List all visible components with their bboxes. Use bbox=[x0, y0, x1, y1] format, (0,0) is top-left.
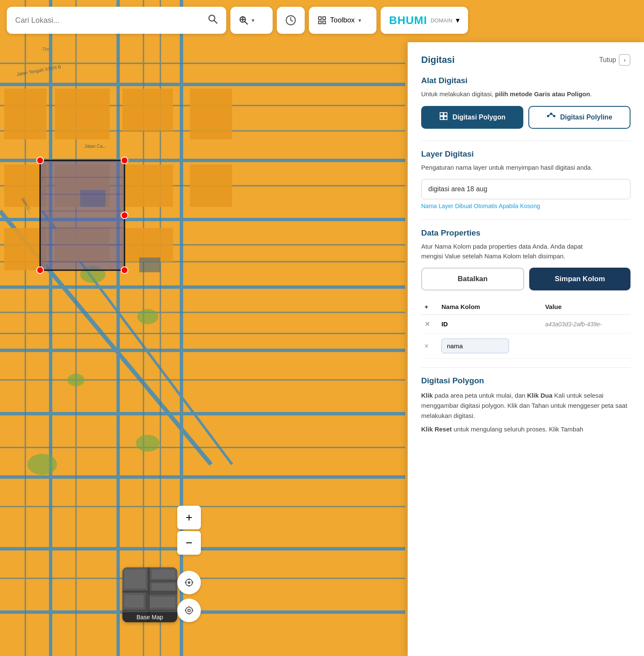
svg-point-66 bbox=[37, 267, 43, 274]
panel-title: Digitasi bbox=[421, 54, 455, 65]
svg-text:Tim: Tim bbox=[42, 47, 49, 52]
basemap-thumbnail[interactable]: Base Map bbox=[122, 567, 177, 622]
batalkan-button[interactable]: Batalkan bbox=[421, 268, 524, 290]
svg-rect-40 bbox=[190, 89, 232, 139]
divider-3 bbox=[421, 367, 630, 368]
row-close-cell: × bbox=[421, 333, 438, 359]
toolbox-button[interactable]: Toolbox ▾ bbox=[309, 7, 376, 34]
svg-rect-86 bbox=[124, 569, 146, 588]
svg-rect-34 bbox=[55, 165, 110, 207]
divider-1 bbox=[421, 141, 630, 141]
svg-text:Jalan Tengah XXVII B: Jalan Tengah XXVII B bbox=[16, 64, 61, 77]
layer-section-desc: Pengaturan nama layer untuk menyimpan ha… bbox=[421, 163, 630, 173]
crosshair-button[interactable] bbox=[177, 571, 201, 594]
digi-poly-desc-2: Klik Reset untuk mengulang seluruh prose… bbox=[421, 424, 630, 434]
svg-rect-75 bbox=[319, 17, 321, 19]
svg-rect-36 bbox=[55, 228, 110, 262]
alat-section-desc: Untuk melakukan digitasi, pilih metode G… bbox=[421, 89, 630, 99]
clock-button[interactable] bbox=[277, 7, 305, 34]
svg-rect-41 bbox=[190, 165, 232, 207]
layer-name-input[interactable] bbox=[421, 179, 630, 199]
zoom-in-button[interactable]: + bbox=[177, 506, 201, 529]
svg-point-99 bbox=[186, 607, 192, 614]
svg-rect-106 bbox=[444, 113, 447, 116]
svg-text:Jalan C...: Jalan C... bbox=[20, 197, 33, 214]
svg-point-43 bbox=[137, 309, 158, 324]
bhumi-chevron: ▾ bbox=[456, 16, 460, 25]
svg-point-45 bbox=[27, 454, 57, 475]
svg-point-100 bbox=[188, 609, 190, 612]
svg-rect-37 bbox=[122, 89, 173, 131]
klik-reset-label: Klik Reset bbox=[421, 426, 452, 433]
top-bar: ▾ Toolbox ▾ BHUMI DOMAIN ▾ bbox=[7, 7, 637, 34]
table-row: ✕ ID a43a03d3-2afb-439e- bbox=[421, 315, 630, 333]
toolbox-label: Toolbox bbox=[330, 16, 355, 24]
row-value-cell: a43a03d3-2afb-439e- bbox=[542, 315, 630, 333]
svg-rect-33 bbox=[4, 165, 46, 207]
col-value-header: Value bbox=[542, 299, 630, 315]
svg-rect-32 bbox=[55, 89, 110, 139]
digitasi-buttons: Digitasi Polygon Digitasi Polyline bbox=[421, 106, 630, 129]
digitasi-polygon-button[interactable]: Digitasi Polygon bbox=[421, 106, 523, 129]
tutup-icon: › bbox=[619, 54, 630, 66]
svg-rect-38 bbox=[122, 165, 173, 207]
search-input[interactable] bbox=[15, 16, 208, 25]
digi-poly-desc: Klik pada area peta untuk mulai, dan Kli… bbox=[421, 390, 630, 421]
layer-digitasi-section: Layer Digitasi Pengaturan nama layer unt… bbox=[421, 149, 630, 210]
toolbox-chevron: ▾ bbox=[358, 17, 361, 24]
zoom-controls: + − bbox=[177, 506, 201, 555]
svg-point-64 bbox=[121, 157, 128, 164]
svg-rect-39 bbox=[122, 228, 173, 262]
right-panel: Digitasi Tutup › Alat Digitasi Untuk mel… bbox=[408, 42, 644, 656]
zoom-out-button[interactable]: − bbox=[177, 531, 201, 555]
basemap-label: Base Map bbox=[122, 612, 177, 622]
row-close-button[interactable]: ✕ bbox=[425, 320, 430, 328]
svg-point-63 bbox=[37, 157, 43, 164]
bhumi-subtitle: DOMAIN bbox=[430, 17, 452, 24]
col-id-label: ID bbox=[441, 320, 448, 328]
svg-marker-55 bbox=[40, 160, 124, 270]
row-value-cell-2 bbox=[542, 333, 630, 359]
polygon-icon bbox=[439, 111, 448, 123]
col-nama-input[interactable] bbox=[441, 339, 509, 353]
svg-rect-78 bbox=[323, 21, 325, 24]
search-box bbox=[7, 7, 226, 34]
svg-rect-76 bbox=[323, 17, 325, 19]
svg-point-44 bbox=[68, 374, 84, 386]
row-close-button-2[interactable]: × bbox=[425, 342, 428, 350]
tutup-label: Tutup bbox=[599, 56, 616, 64]
svg-text:☽: ☽ bbox=[118, 263, 125, 272]
data-props-title: Data Properties bbox=[421, 228, 630, 238]
properties-table: + Nama Kolom Value ✕ ID a43a03d3-2afb-43… bbox=[421, 299, 630, 359]
svg-rect-48 bbox=[139, 258, 160, 272]
table-header-row: + Nama Kolom Value bbox=[421, 299, 630, 315]
digitasi-polyline-button[interactable]: Digitasi Polyline bbox=[528, 106, 630, 129]
svg-line-13 bbox=[0, 211, 211, 464]
svg-point-98 bbox=[188, 582, 190, 583]
layer-hint: Nama Layer Dibuat Otomatis Apabila Koson… bbox=[421, 203, 630, 209]
col-name-header: Nama Kolom bbox=[438, 299, 542, 315]
zoom-button[interactable]: ▾ bbox=[230, 7, 273, 34]
svg-line-69 bbox=[214, 21, 217, 24]
digi-poly-title: Digitasi Polygon bbox=[421, 376, 630, 385]
properties-tbody: ✕ ID a43a03d3-2afb-439e- × bbox=[421, 315, 630, 359]
zoom-chevron: ▾ bbox=[252, 17, 254, 24]
row-colname-cell-2 bbox=[438, 333, 542, 359]
tutup-button[interactable]: Tutup › bbox=[599, 54, 630, 66]
svg-rect-105 bbox=[440, 113, 443, 116]
divider-2 bbox=[421, 220, 630, 220]
svg-point-42 bbox=[80, 266, 106, 283]
basemap-image: Base Map bbox=[122, 567, 177, 622]
svg-line-71 bbox=[245, 22, 247, 24]
map-extra-controls bbox=[177, 571, 201, 622]
polyline-icon bbox=[547, 111, 556, 123]
svg-text:☽: ☽ bbox=[156, 314, 163, 323]
simpan-button[interactable]: Simpan Kolom bbox=[529, 268, 630, 290]
search-button[interactable] bbox=[208, 14, 218, 27]
svg-rect-31 bbox=[4, 89, 46, 139]
bhumi-button[interactable]: BHUMI DOMAIN ▾ bbox=[381, 7, 468, 34]
klik-dua-label: Klik Dua bbox=[527, 392, 552, 399]
action-buttons: Batalkan Simpan Kolom bbox=[421, 268, 630, 290]
location-button[interactable] bbox=[177, 599, 201, 622]
svg-rect-87 bbox=[152, 569, 175, 579]
